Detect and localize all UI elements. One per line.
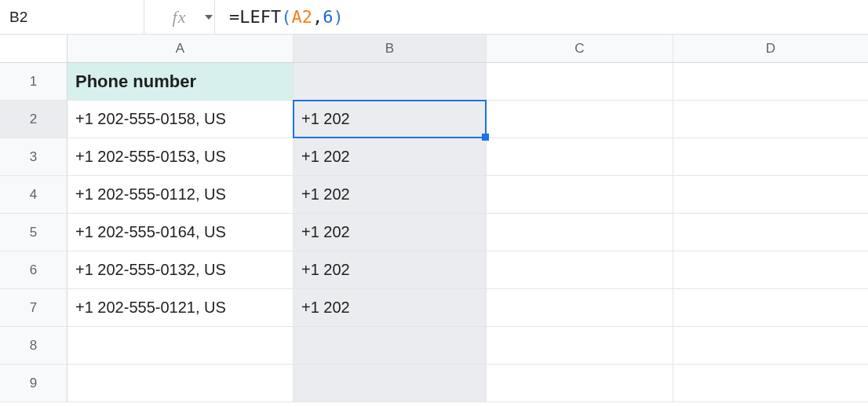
cell-A2[interactable]: +1 202-555-0158, US (67, 101, 294, 138)
cell-D2[interactable] (673, 101, 868, 138)
cell-A5[interactable]: +1 202-555-0164, US (67, 214, 294, 251)
row-header-8[interactable]: 8 (0, 327, 67, 364)
cell-B7[interactable]: +1 202 (294, 289, 487, 326)
row-header-1[interactable]: 1 (0, 63, 67, 100)
row-header-9[interactable]: 9 (0, 365, 67, 402)
formula-token-close: ) (333, 7, 343, 27)
cell-C8[interactable] (487, 327, 673, 364)
row-header-4[interactable]: 4 (0, 176, 67, 213)
row-8: 8 (0, 327, 868, 365)
formula-token-func: =LEFT (229, 7, 281, 27)
cell-D7[interactable] (673, 289, 868, 326)
formula-token-num: 6 (323, 7, 333, 27)
column-header-row: A B C D (0, 35, 868, 63)
col-header-D[interactable]: D (673, 35, 868, 62)
col-header-C[interactable]: C (487, 35, 673, 62)
cell-B1[interactable] (294, 63, 487, 100)
cell-C4[interactable] (487, 176, 673, 213)
grid: 1 Phone number 2 +1 202-555-0158, US +1 … (0, 63, 868, 402)
row-4: 4 +1 202-555-0112, US +1 202 (0, 176, 868, 214)
cell-D4[interactable] (673, 176, 868, 213)
formula-token-open: ( (281, 7, 291, 27)
formula-bar: fx =LEFT(A2,6) (0, 0, 868, 35)
row-6: 6 +1 202-555-0132, US +1 202 (0, 251, 868, 289)
cell-C6[interactable] (487, 251, 673, 288)
cell-C3[interactable] (487, 138, 673, 175)
row-9: 9 (0, 365, 868, 402)
cell-B2[interactable]: +1 202 (294, 101, 487, 138)
cell-C5[interactable] (487, 214, 673, 251)
cell-D9[interactable] (673, 365, 868, 402)
cell-D5[interactable] (673, 214, 868, 251)
row-header-3[interactable]: 3 (0, 138, 67, 175)
row-header-7[interactable]: 7 (0, 289, 67, 326)
cell-C9[interactable] (487, 365, 673, 402)
select-all-corner[interactable] (0, 35, 67, 62)
cell-B3[interactable]: +1 202 (294, 138, 487, 175)
cell-C2[interactable] (487, 101, 673, 138)
row-3: 3 +1 202-555-0153, US +1 202 (0, 138, 868, 176)
cell-B5[interactable]: +1 202 (294, 214, 487, 251)
cell-A1[interactable]: Phone number (67, 63, 294, 100)
cell-A3[interactable]: +1 202-555-0153, US (67, 138, 294, 175)
row-header-5[interactable]: 5 (0, 214, 67, 251)
cell-C1[interactable] (487, 63, 673, 100)
cell-B9[interactable] (294, 365, 487, 402)
row-1: 1 Phone number (0, 63, 868, 101)
cell-A9[interactable] (67, 365, 294, 402)
name-box-dropdown[interactable] (205, 0, 213, 34)
cell-D8[interactable] (673, 327, 868, 364)
cell-A6[interactable]: +1 202-555-0132, US (67, 251, 294, 288)
row-header-6[interactable]: 6 (0, 251, 67, 288)
name-box-container (0, 0, 144, 34)
row-5: 5 +1 202-555-0164, US +1 202 (0, 214, 868, 251)
cell-D6[interactable] (673, 251, 868, 288)
cell-D1[interactable] (673, 63, 868, 100)
cell-B8[interactable] (294, 327, 487, 364)
cell-B4[interactable]: +1 202 (294, 176, 487, 213)
cell-D3[interactable] (673, 138, 868, 175)
row-header-2[interactable]: 2 (0, 101, 67, 138)
row-7: 7 +1 202-555-0121, US +1 202 (0, 289, 868, 327)
cell-A4[interactable]: +1 202-555-0112, US (67, 176, 294, 213)
cell-C7[interactable] (487, 289, 673, 326)
formula-input[interactable]: =LEFT(A2,6) (215, 0, 868, 34)
formula-token-ref: A2 (291, 7, 312, 27)
formula-token-comma: , (312, 7, 323, 27)
cell-A8[interactable] (67, 327, 294, 364)
cell-B6[interactable]: +1 202 (294, 251, 487, 288)
col-header-A[interactable]: A (67, 35, 294, 62)
row-2: 2 +1 202-555-0158, US +1 202 (0, 101, 868, 138)
name-box-input[interactable] (0, 0, 205, 34)
col-header-B[interactable]: B (294, 35, 487, 62)
cell-A7[interactable]: +1 202-555-0121, US (67, 289, 294, 326)
chevron-down-icon (205, 15, 213, 20)
